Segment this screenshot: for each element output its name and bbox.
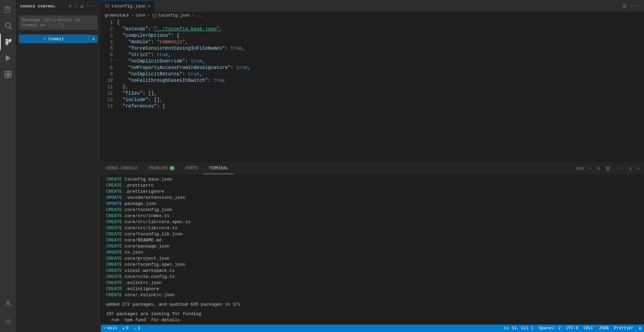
- line-num-11: 11: [103, 84, 113, 90]
- terminal-shell-name: cmd: [576, 166, 584, 171]
- terminal-line: CREATE core/README.md: [106, 237, 639, 243]
- code-line-10: "noFallthroughCasesInSwitch": true: [117, 77, 639, 84]
- breadcrumb-sep-3: ›: [192, 13, 194, 18]
- line-num-4: 4: [103, 39, 113, 45]
- run-debug-icon[interactable]: [0, 50, 16, 66]
- panel-tab-debug-console[interactable]: DEBUG CONSOLE: [101, 163, 143, 174]
- line-num-10: 10: [103, 77, 113, 84]
- status-warnings[interactable]: ⚠ 0: [131, 325, 143, 332]
- explorer-icon[interactable]: [0, 1, 16, 18]
- tab-tsconfig-json[interactable]: {} tsconfig.json ✕: [101, 0, 155, 12]
- language-label: JSON: [599, 326, 609, 331]
- sidebar: SOURCE CONTROL ≡ ✓ ↺ ··· ✓ Commit ∨: [16, 0, 101, 332]
- status-position[interactable]: Ln 14, Col 1: [501, 325, 536, 332]
- tab-split-icon[interactable]: ⊟: [622, 1, 628, 11]
- sidebar-refresh-icon[interactable]: ↺: [80, 3, 84, 10]
- status-notifications[interactable]: ⚙: [636, 325, 644, 332]
- line-num-13: 13: [103, 97, 113, 103]
- tab-more-icon[interactable]: ···: [629, 2, 641, 10]
- line-num-3: 3: [103, 32, 113, 39]
- code-line-9: "noImplicitReturns": true,: [117, 71, 639, 77]
- breadcrumb-sep-1: ›: [131, 13, 134, 18]
- source-control-icon[interactable]: [0, 34, 16, 50]
- terminal-trash-icon[interactable]: [604, 165, 612, 172]
- terminal-line: CREATE core/tsconfig.spec.json: [106, 262, 639, 268]
- svg-rect-11: [8, 71, 11, 74]
- main-content: {} tsconfig.json ✕ ⊟ ··· greenstack › co…: [101, 0, 644, 332]
- commit-message-input[interactable]: [19, 15, 98, 30]
- terminal-line: UPDATE nx.json: [106, 250, 639, 256]
- panel-tab-label-problems: PROBLEMS: [149, 166, 168, 171]
- code-line-4: "module": "commonjs",: [117, 39, 639, 45]
- terminal-more-icon[interactable]: ···: [614, 165, 625, 172]
- terminal-shell-label[interactable]: cmd: [574, 165, 586, 172]
- status-encoding[interactable]: UTF-8: [564, 325, 581, 332]
- warning-count: 0: [138, 326, 140, 331]
- status-eol[interactable]: CRLF: [581, 325, 596, 332]
- status-language[interactable]: JSON: [596, 325, 611, 332]
- commit-button[interactable]: ✓ Commit: [19, 34, 89, 43]
- line-num-7: 7: [103, 58, 113, 65]
- terminal-split-icon[interactable]: ⊟: [596, 165, 602, 172]
- eol-label: CRLF: [584, 326, 594, 331]
- terminal-line: 107 packages are looking for funding: [106, 311, 639, 317]
- terminal-content[interactable]: CREATE tsconfig.base.json CREATE .pretti…: [101, 174, 644, 325]
- svg-rect-12: [5, 75, 8, 77]
- editor-area[interactable]: 1 2 3 4 5 6 7 8 9 10 11 12 13 14 { "exte…: [101, 20, 644, 162]
- terminal-line: CREATE core/src/lib/core.ts: [106, 225, 639, 231]
- terminal-line: CREATE core/project.json: [106, 256, 639, 262]
- accounts-icon[interactable]: [0, 295, 16, 312]
- svg-rect-10: [5, 71, 8, 74]
- problems-badge: 2: [169, 166, 175, 170]
- code-line-7: "noImplicitOverride": true,: [117, 58, 639, 65]
- terminal-line: CREATE tsconfig.base.json: [106, 176, 639, 183]
- commit-button-dropdown[interactable]: ∨: [89, 35, 98, 43]
- chevron-down-icon: ∨: [92, 37, 95, 41]
- status-prettier[interactable]: Prettier: [611, 325, 636, 332]
- svg-point-15: [7, 320, 9, 322]
- extensions-icon[interactable]: [0, 66, 16, 82]
- breadcrumb-file[interactable]: {} tsconfig.json: [152, 13, 190, 18]
- svg-point-6: [6, 39, 8, 41]
- commit-button-row: ✓ Commit ∨: [16, 33, 100, 46]
- breadcrumb-core[interactable]: core: [136, 13, 145, 18]
- panel: DEBUG CONSOLE PROBLEMS 2 PORTS TERMINAL …: [101, 162, 644, 325]
- activity-bar-top: [0, 1, 16, 295]
- search-icon[interactable]: [0, 18, 16, 34]
- status-spaces[interactable]: Spaces: 2: [536, 325, 564, 332]
- settings-icon[interactable]: [0, 313, 16, 329]
- panel-close-icon[interactable]: ✕: [635, 165, 641, 172]
- terminal-line: CREATE .eslintignore: [106, 286, 639, 292]
- sidebar-check-icon[interactable]: ✓: [74, 3, 78, 10]
- branch-name: main: [107, 326, 117, 331]
- commit-button-label: Commit: [48, 37, 64, 42]
- terminal-add-icon[interactable]: +: [588, 165, 594, 172]
- panel-maximize-icon[interactable]: ∧: [627, 165, 633, 172]
- breadcrumb-ellipsis[interactable]: ...: [196, 13, 204, 18]
- panel-tab-terminal[interactable]: TERMINAL: [203, 163, 234, 174]
- activity-bar: [0, 0, 16, 332]
- terminal-line: CREATE core/package.json: [106, 243, 639, 250]
- svg-rect-2: [6, 8, 9, 9]
- line-num-2: 2: [103, 26, 113, 32]
- terminal-empty-line: [106, 308, 639, 311]
- breadcrumb-greenstack[interactable]: greenstack: [105, 13, 129, 18]
- warning-icon: ⚠: [134, 326, 136, 331]
- status-errors[interactable]: ✕ 0: [120, 325, 131, 332]
- sidebar-more-icon[interactable]: ···: [86, 3, 96, 10]
- tab-close-icon[interactable]: ✕: [148, 4, 150, 8]
- status-branch[interactable]: ⑂ main: [101, 325, 120, 332]
- code-line-12: "files": [],: [117, 90, 639, 97]
- terminal-line: run `npm fund` for details: [106, 317, 639, 323]
- encoding-label: UTF-8: [566, 326, 578, 331]
- code-line-11: },: [117, 84, 639, 90]
- panel-tab-ports[interactable]: PORTS: [180, 163, 203, 174]
- line-num-14: 14: [103, 103, 113, 110]
- sidebar-menu-icon[interactable]: ≡: [68, 3, 72, 10]
- terminal-line: CREATE core/.eslintrc.json: [106, 292, 639, 298]
- sidebar-title: SOURCE CONTROL: [20, 4, 56, 8]
- code-line-8: "noPropertyAccessFromIndexSignature": tr…: [117, 65, 639, 71]
- panel-tab-problems[interactable]: PROBLEMS 2: [143, 163, 181, 174]
- line-num-8: 8: [103, 65, 113, 71]
- svg-point-8: [6, 43, 8, 45]
